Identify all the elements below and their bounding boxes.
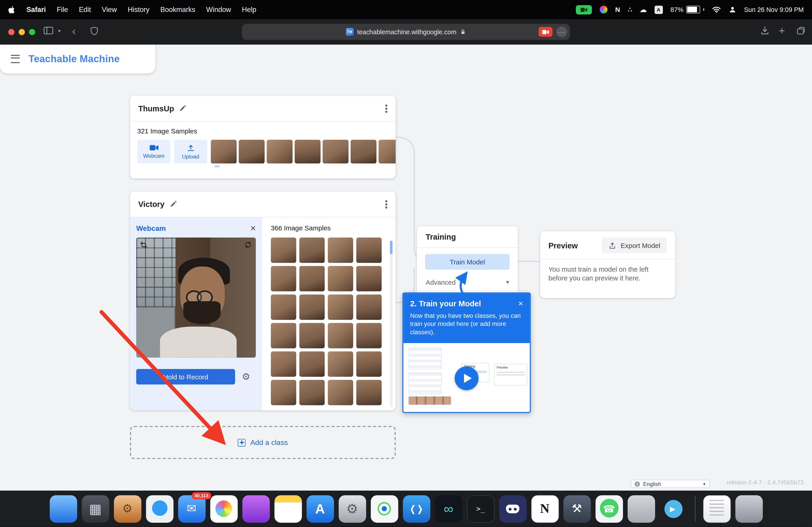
flip-camera-icon[interactable]	[244, 241, 252, 251]
dock-icon-xcode[interactable]: ⚒	[563, 495, 591, 523]
dock-icon-app-store[interactable]: A	[306, 495, 334, 523]
tab-overview-icon[interactable]	[796, 26, 806, 36]
dock-icon-preview-app[interactable]	[627, 495, 655, 523]
dock-icon-utility[interactable]: ⚙	[114, 495, 141, 523]
dock-icon-trash[interactable]	[735, 495, 763, 523]
dock-icon-find-my[interactable]	[371, 495, 398, 523]
webcam-settings-gear-icon[interactable]: ⚙	[242, 372, 250, 381]
sample-thumbnail[interactable]	[299, 295, 325, 320]
sidebar-chevron-icon[interactable]: ▾	[58, 28, 61, 34]
menu-view[interactable]: View	[102, 6, 117, 13]
export-model-button[interactable]: Export Model	[602, 238, 667, 253]
dock-icon-podcasts[interactable]	[242, 495, 270, 523]
dock-icon-safari[interactable]	[146, 495, 173, 523]
downloads-icon[interactable]	[760, 26, 769, 35]
back-button[interactable]: ‹	[72, 24, 76, 38]
sample-thumbnail[interactable]	[266, 140, 292, 164]
sample-thumbnail[interactable]	[328, 323, 353, 348]
menu-window[interactable]: Window	[206, 6, 231, 13]
minimize-window-button[interactable]	[19, 29, 25, 35]
webcam-capture-button[interactable]: Webcam	[137, 140, 170, 164]
close-webcam-icon[interactable]: ×	[250, 224, 256, 233]
add-class-button[interactable]: Add a class	[130, 426, 396, 459]
sample-thumbnail[interactable]	[328, 380, 353, 405]
tab-camera-indicator[interactable]	[539, 27, 553, 37]
privacy-shield-icon[interactable]	[90, 26, 98, 35]
menu-help[interactable]: Help	[242, 6, 257, 13]
dock-icon-finder[interactable]	[49, 495, 77, 523]
sample-thumbnail[interactable]	[357, 238, 382, 263]
dock-icon-whatsapp[interactable]: ☎	[595, 495, 623, 523]
sample-thumbnail[interactable]	[378, 140, 396, 164]
vertical-scrollbar-thumb[interactable]	[390, 241, 392, 254]
screen-recording-indicator[interactable]	[576, 5, 592, 14]
hold-to-record-button[interactable]: Hold to Record	[136, 369, 235, 385]
close-window-button[interactable]	[8, 29, 15, 35]
edit-class-name-icon[interactable]	[170, 201, 176, 208]
sample-thumbnail[interactable]	[357, 266, 382, 291]
dock-icon-launchpad[interactable]: ▦	[82, 495, 109, 523]
menu-file[interactable]: File	[57, 6, 68, 13]
input-source-icon[interactable]: A	[654, 5, 663, 14]
sample-thumbnail[interactable]	[299, 380, 325, 405]
dock-icon-telegram[interactable]: ▸	[659, 495, 687, 523]
sample-thumbnail[interactable]	[271, 295, 296, 320]
menu-history[interactable]: History	[128, 6, 149, 13]
user-menu-icon[interactable]	[728, 6, 736, 13]
cloud-menubar-icon[interactable]: ☁	[640, 6, 647, 13]
tooltip-close-icon[interactable]: ×	[518, 299, 523, 308]
sidebar-toggle-icon[interactable]	[44, 26, 54, 35]
crop-icon[interactable]	[140, 241, 147, 251]
dock-icon-settings[interactable]: ⚙	[338, 495, 366, 523]
new-tab-icon[interactable]: +	[779, 25, 785, 37]
dock-icon-photos[interactable]	[210, 495, 237, 523]
sample-thumbnail[interactable]	[294, 140, 320, 164]
dock-icon-mail[interactable]: ✉40,113	[178, 495, 205, 523]
dock-icon-vscode[interactable]: ❬❭	[403, 495, 430, 523]
sample-thumbnail[interactable]	[299, 266, 325, 291]
train-model-button[interactable]: Train Model	[425, 254, 509, 270]
dock-icon-camo[interactable]: ∞	[435, 495, 462, 523]
sample-thumbnail[interactable]	[271, 351, 296, 377]
sample-thumbnail[interactable]	[322, 140, 348, 164]
battery-indicator[interactable]: 87%	[670, 6, 704, 13]
sample-thumbnail[interactable]	[357, 295, 382, 320]
dots-menubar-icon[interactable]: ∴	[628, 6, 632, 13]
upload-samples-button[interactable]: Upload	[174, 140, 207, 164]
menu-app-name[interactable]: Safari	[26, 6, 46, 13]
sample-thumbnail[interactable]	[357, 351, 382, 377]
menubar-color-app-icon[interactable]	[600, 6, 607, 13]
zoom-window-button[interactable]	[29, 29, 35, 35]
vertical-scrollbar-track[interactable]	[390, 241, 392, 407]
sample-thumbnail[interactable]	[350, 140, 376, 164]
menu-bookmarks[interactable]: Bookmarks	[160, 6, 195, 13]
sample-thumbnail[interactable]	[328, 266, 353, 291]
sample-thumbnail[interactable]	[211, 140, 237, 164]
sample-thumbnail[interactable]	[271, 323, 296, 348]
sample-thumbnail[interactable]	[328, 351, 353, 377]
notion-menubar-icon[interactable]: N	[615, 6, 620, 13]
sample-thumbnail[interactable]	[299, 323, 325, 348]
menubar-clock[interactable]: Sun 26 Nov 9:09 PM	[744, 6, 804, 13]
apple-menu-icon[interactable]	[8, 5, 16, 14]
sample-thumbnail[interactable]	[328, 238, 353, 263]
language-selector[interactable]: English ▼	[630, 480, 710, 488]
sample-thumbnail[interactable]	[271, 238, 296, 263]
menu-edit[interactable]: Edit	[79, 6, 91, 13]
sample-thumbnail[interactable]	[271, 380, 296, 405]
dock-icon-notion[interactable]: N	[531, 495, 559, 523]
dock-icon-notes[interactable]	[274, 495, 302, 523]
sample-thumbnail[interactable]	[357, 323, 382, 348]
hamburger-menu-icon[interactable]	[11, 55, 20, 63]
tab-more-icon[interactable]: ···	[556, 26, 567, 37]
sample-thumbnail[interactable]	[238, 140, 264, 164]
play-video-button[interactable]	[455, 366, 479, 390]
address-bar[interactable]: TM teachablemachine.withgoogle.com ···	[242, 24, 570, 40]
sample-thumbnail[interactable]	[299, 238, 325, 263]
horizontal-scrollbar-thumb[interactable]	[215, 166, 220, 167]
edit-class-name-icon[interactable]	[179, 105, 186, 112]
sample-thumbnail[interactable]	[299, 351, 325, 377]
advanced-section-toggle[interactable]: Advanced ▾	[417, 278, 518, 286]
class-menu-kebab-icon[interactable]	[385, 203, 387, 205]
wifi-icon[interactable]	[712, 6, 721, 13]
